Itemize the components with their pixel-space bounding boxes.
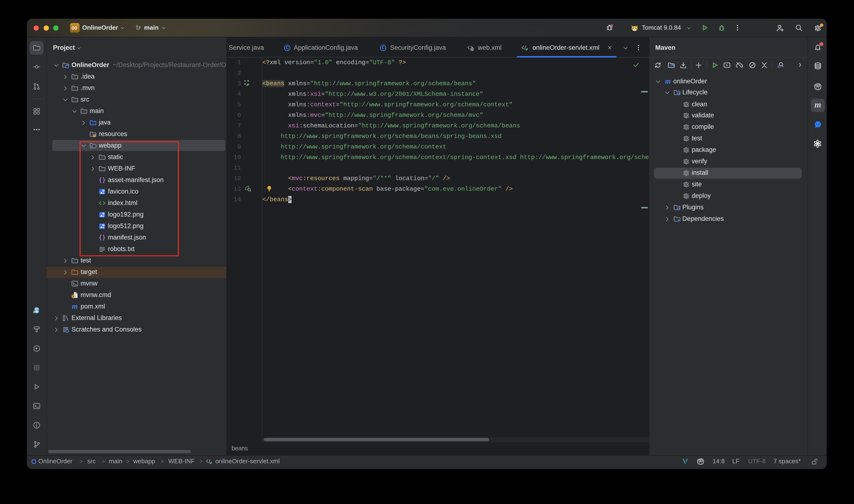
svg-text:m: m bbox=[665, 77, 671, 85]
svg-text:C: C bbox=[381, 45, 385, 50]
svg-text:m: m bbox=[814, 101, 821, 109]
svg-text:m: m bbox=[72, 303, 78, 310]
svg-text:C: C bbox=[286, 45, 289, 50]
